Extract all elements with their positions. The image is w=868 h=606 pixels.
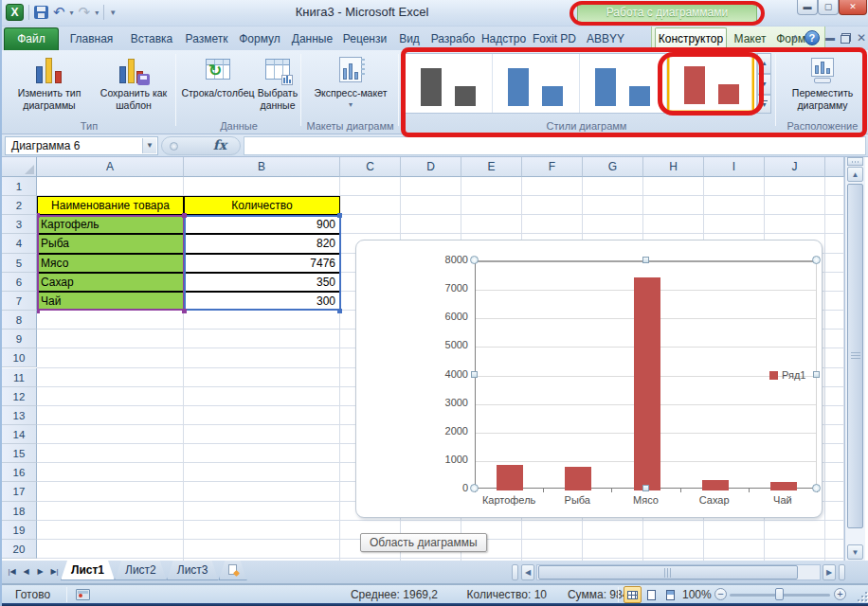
x-axis-category[interactable]: Картофель [475, 494, 543, 506]
cell-quantity-4[interactable]: 820 [184, 234, 340, 253]
normal-view-button[interactable] [624, 586, 642, 603]
vertical-scrollbar[interactable]: ▲ ▼ [844, 157, 865, 561]
tab-abbyy p[interactable]: ABBYY P [581, 27, 630, 50]
workbook-close-icon[interactable]: ✕ [857, 30, 866, 45]
selection-handle-circle[interactable] [470, 484, 479, 492]
row-header-20[interactable]: 20 [2, 540, 37, 559]
selection-handle-square[interactable] [813, 371, 820, 378]
zoom-out-icon[interactable]: − [714, 588, 727, 600]
column-header-g[interactable]: G [583, 157, 643, 177]
row-header-7[interactable]: 7 [2, 292, 37, 311]
row-header-3[interactable]: 3 [2, 215, 37, 234]
gallery-up-icon[interactable]: ▲ [757, 53, 771, 74]
row-header-5[interactable]: 5 [2, 254, 37, 273]
row-header-2[interactable]: 2 [2, 196, 37, 215]
cell-b2-header[interactable]: Количество [184, 196, 340, 215]
scroll-left-icon[interactable]: ◀ [521, 564, 534, 580]
cell-product-3[interactable]: Картофель [37, 215, 184, 234]
tab-foxit pd[interactable]: Foxit PD [530, 27, 579, 50]
sheet-tab-лист3[interactable]: Лист3 [167, 561, 219, 580]
column-header-f[interactable]: F [522, 157, 583, 177]
cell-product-6[interactable]: Сахар [37, 273, 184, 292]
column-header-d[interactable]: D [401, 157, 461, 177]
range-handle-purple[interactable] [182, 309, 187, 313]
selection-handle-square[interactable] [471, 371, 478, 378]
column-header-j[interactable]: J [765, 157, 825, 177]
resize-grip[interactable] [856, 590, 867, 601]
y-axis-label[interactable]: 1000 [428, 454, 468, 465]
select-data-button[interactable]: Выбрать данные [256, 53, 299, 119]
change-chart-type-button[interactable]: Изменить тип диаграммы [7, 53, 92, 119]
y-axis-label[interactable]: 5000 [428, 339, 468, 350]
vertical-split-handle[interactable] [847, 157, 863, 166]
tab-файл[interactable]: Файл [4, 27, 59, 50]
y-axis-label[interactable]: 3000 [428, 397, 468, 408]
customize-qat-icon[interactable]: ▼ [109, 9, 117, 17]
tab-формул[interactable]: Формул [234, 27, 285, 50]
macro-record-icon[interactable] [76, 589, 90, 600]
tab-рецензи[interactable]: Рецензи [339, 27, 390, 50]
tab-главная[interactable]: Главная [61, 27, 122, 50]
switch-row-column-button[interactable]: ↻ Строка/столбец [178, 53, 258, 119]
sheet-tab-лист1[interactable]: Лист1 [61, 561, 115, 580]
quick-layout-dropdown-icon[interactable]: ▾ [349, 100, 353, 109]
range-handle-blue[interactable] [337, 309, 342, 313]
minimize-button[interactable]: ▬ [797, 0, 818, 15]
zoom-level[interactable]: 100% [682, 588, 712, 601]
page-break-view-button[interactable] [661, 586, 679, 603]
row-header-11[interactable]: 11 [2, 368, 37, 387]
legend[interactable]: Ряд1 [769, 369, 805, 381]
undo-dropdown-icon[interactable]: ▾ [70, 9, 74, 17]
prev-sheet-icon[interactable]: ◀ [20, 564, 32, 579]
cell-product-4[interactable]: Рыба [37, 234, 184, 253]
row-header-13[interactable]: 13 [2, 406, 37, 425]
column-header-partial[interactable] [825, 157, 844, 177]
cell-quantity-6[interactable]: 350 [184, 273, 340, 292]
tab-конструктор[interactable]: Конструктор [655, 27, 727, 50]
row-header-6[interactable]: 6 [2, 273, 37, 292]
last-sheet-icon[interactable]: ▶| [48, 564, 61, 579]
undo-icon[interactable]: ↶ [53, 6, 65, 19]
gallery-more-icon[interactable]: ▼ [757, 95, 771, 114]
tab-split-handle[interactable] [512, 564, 518, 580]
column-header-i[interactable]: I [704, 157, 765, 177]
select-all-corner[interactable] [2, 157, 37, 177]
row-header-17[interactable]: 17 [2, 482, 37, 501]
range-handle-purple[interactable] [37, 213, 40, 218]
x-axis-category[interactable]: Сахар [680, 494, 749, 506]
row-header-15[interactable]: 15 [2, 444, 37, 463]
page-layout-view-button[interactable] [642, 586, 660, 603]
workbook-minimize-icon[interactable]: ▬ [825, 30, 835, 45]
help-icon[interactable]: ? [805, 30, 820, 45]
save-as-template-button[interactable]: Сохранить как шаблон [94, 53, 173, 119]
cell-quantity-5[interactable]: 7476 [184, 254, 340, 273]
bar-Картофель[interactable] [497, 465, 523, 490]
tab-макет[interactable]: Макет [729, 27, 771, 50]
tab-разметк[interactable]: Разметк [181, 27, 232, 50]
row-header-8[interactable]: 8 [2, 311, 37, 330]
bar-Мясо[interactable] [634, 277, 660, 490]
range-handle-purple[interactable] [37, 309, 40, 313]
y-axis-label[interactable]: 4000 [428, 368, 468, 380]
x-axis-category[interactable]: Рыба [543, 494, 611, 506]
row-header-14[interactable]: 14 [2, 425, 37, 444]
range-handle-blue[interactable] [337, 213, 342, 218]
selection-handle-circle[interactable] [812, 256, 821, 264]
tab-вид[interactable]: Вид [392, 27, 426, 50]
range-handle-purple[interactable] [182, 213, 187, 218]
x-axis-category[interactable]: Чай [749, 494, 817, 506]
y-axis-label[interactable]: 8000 [428, 254, 468, 265]
close-button[interactable]: ✕ [839, 0, 867, 15]
row-header-12[interactable]: 12 [2, 387, 37, 406]
formula-input[interactable] [244, 136, 866, 155]
row-header-9[interactable]: 9 [2, 330, 37, 348]
bar-Сахар[interactable] [702, 480, 729, 490]
chart-style-blue-2[interactable] [580, 54, 667, 113]
zoom-in-icon[interactable]: + [834, 588, 846, 600]
selection-handle-circle[interactable] [470, 256, 479, 264]
scroll-down-icon[interactable]: ▼ [847, 544, 863, 560]
cell-quantity-3[interactable]: 900 [184, 215, 340, 234]
scroll-up-icon[interactable]: ▲ [847, 167, 863, 182]
chart-style-red[interactable] [667, 54, 754, 113]
x-axis-category[interactable]: Мясо [611, 494, 679, 506]
